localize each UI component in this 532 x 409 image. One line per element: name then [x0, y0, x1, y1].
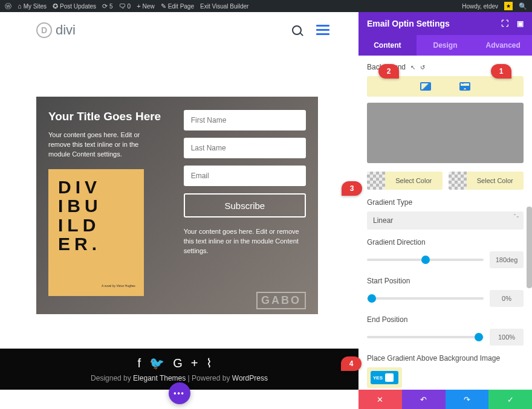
gradient-direction-slider[interactable]: [367, 259, 484, 261]
place-gradient-toggle[interactable]: YES: [371, 371, 398, 384]
bg-color-tab[interactable]: [367, 76, 406, 97]
sidebar-body: Background ↖ ↺ Select Color Select Color: [358, 56, 532, 390]
color-swatch: [449, 172, 467, 190]
start-position-label: Start Position: [367, 277, 524, 285]
wp-search[interactable]: 🔍: [519, 2, 527, 10]
reset-icon[interactable]: ↺: [420, 64, 425, 71]
start-position-slider[interactable]: [367, 297, 484, 300]
toggle-knob: [385, 373, 394, 382]
site-preview: D divi Your Title Goes Here Your content…: [0, 12, 358, 409]
wordpress-link[interactable]: WordPress: [232, 374, 268, 382]
gradient-direction-label: Gradient Direction: [367, 238, 524, 246]
color-swatch: [367, 172, 385, 190]
site-header: D divi: [0, 12, 358, 48]
wp-exit[interactable]: Exit Visual Builder: [200, 3, 248, 10]
toggle-label: YES: [373, 375, 383, 381]
wp-mysites[interactable]: ⌂My Sites: [18, 2, 47, 10]
email-input[interactable]: [184, 166, 306, 186]
drag-icon[interactable]: ⛶: [501, 19, 508, 28]
menu-icon[interactable]: [316, 22, 329, 37]
book-line: ILD: [58, 216, 134, 235]
callout-4: 4: [341, 356, 362, 371]
optin-description-2[interactable]: Your content goes here. Edit or remove t…: [184, 227, 306, 256]
social-icons: f🐦G+⌇: [0, 356, 358, 370]
sidebar-header: Email Optin Settings ⛶ ▣: [358, 12, 532, 35]
callout-1: 1: [491, 64, 511, 79]
action-bar: ✕ ↶ ↷ ✓: [358, 390, 532, 409]
end-position-slider[interactable]: [367, 336, 484, 338]
bg-video-tab[interactable]: [484, 76, 524, 97]
wp-howdy[interactable]: Howdy, etdev: [462, 3, 498, 10]
footer-text: | Powered by: [186, 374, 232, 382]
book-line: IBU: [58, 196, 134, 216]
logo-text: divi: [56, 22, 76, 38]
book-image: DIV IBU ILD ER. A novel by Victor Hughes: [48, 169, 144, 296]
wp-logo[interactable]: ⓦ: [5, 2, 11, 11]
select-color-label: Select Color: [467, 177, 524, 184]
subscribe-button[interactable]: Subscribe: [184, 193, 306, 217]
wp-refresh[interactable]: ⟳5: [102, 2, 113, 10]
gradient-color-1[interactable]: Select Color: [367, 172, 443, 190]
place-gradient-label: Place Gradient Above Background Image: [367, 354, 524, 362]
wp-new[interactable]: +New: [137, 2, 154, 10]
facebook-icon[interactable]: f: [138, 356, 150, 370]
wp-edit[interactable]: ✎Edit Page: [161, 2, 194, 10]
wp-admin-bar: ⓦ ⌂My Sites ✪Post Updates ⟳5 🗨0 +New ✎Ed…: [0, 0, 532, 12]
book-line: DIV: [58, 178, 134, 197]
tab-design[interactable]: Design: [417, 35, 475, 56]
last-name-input[interactable]: [184, 138, 306, 158]
star-icon[interactable]: ★: [504, 2, 513, 10]
footer-text: Designed by: [91, 374, 133, 382]
undo-button[interactable]: ↶: [402, 390, 446, 409]
twitter-icon[interactable]: 🐦: [149, 356, 173, 370]
wp-updates[interactable]: ✪Post Updates: [53, 2, 96, 10]
optin-description[interactable]: Your content goes here. Edit or remove t…: [48, 130, 162, 159]
wp-comments[interactable]: 🗨0: [119, 2, 131, 10]
google-plus-icon[interactable]: G+: [173, 356, 206, 370]
scrollbar[interactable]: [527, 207, 532, 288]
gradient-type-label: Gradient Type: [367, 198, 524, 207]
cancel-button[interactable]: ✕: [358, 390, 402, 409]
callout-3: 3: [342, 181, 362, 196]
email-optin-module[interactable]: Your Title Goes Here Your content goes h…: [36, 97, 318, 314]
end-position-value[interactable]: [490, 329, 524, 346]
elegant-themes-link[interactable]: Elegant Themes: [133, 374, 186, 382]
divi-logo[interactable]: D divi: [36, 22, 76, 38]
first-name-input[interactable]: [184, 110, 306, 130]
tab-content[interactable]: Content: [358, 35, 417, 56]
callout-2: 2: [378, 64, 399, 79]
background-type-tabs: [367, 76, 524, 97]
redo-button[interactable]: ↷: [446, 390, 489, 409]
gradient-type-select[interactable]: Linear: [367, 211, 524, 230]
expand-icon[interactable]: ▣: [517, 19, 524, 28]
hover-icon[interactable]: ↖: [410, 64, 415, 71]
gradient-preview: [367, 103, 524, 163]
gradient-direction-value[interactable]: [490, 251, 524, 268]
search-icon[interactable]: [292, 25, 302, 35]
logo-icon: D: [36, 22, 52, 38]
book-line: ER.: [58, 234, 134, 254]
save-button[interactable]: ✓: [488, 390, 532, 409]
optin-title[interactable]: Your Title Goes Here: [48, 110, 162, 123]
gradient-color-2[interactable]: Select Color: [449, 172, 524, 190]
book-subtitle: A novel by Victor Hughes: [102, 284, 135, 288]
bg-gradient-tab[interactable]: [406, 76, 446, 97]
sidebar-title: Email Optin Settings: [367, 19, 450, 28]
start-position-value[interactable]: [490, 290, 524, 307]
gabo-watermark: GABO: [256, 292, 306, 309]
sidebar-tabs: Content Design Advanced: [358, 35, 532, 56]
tab-advanced[interactable]: Advanced: [474, 35, 532, 56]
end-position-label: End Position: [367, 315, 524, 324]
divi-builder-toggle[interactable]: •••: [169, 382, 190, 404]
select-color-label: Select Color: [385, 177, 443, 184]
bg-image-tab[interactable]: [446, 76, 485, 97]
rss-icon[interactable]: ⌇: [206, 356, 221, 370]
